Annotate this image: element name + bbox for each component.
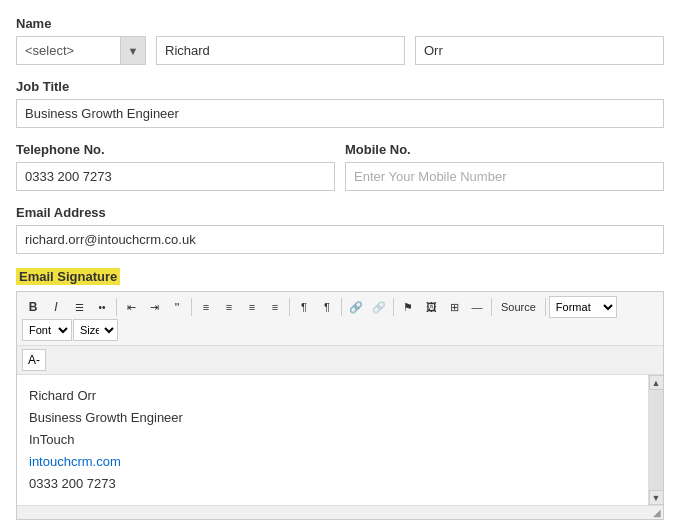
sig-link-anchor[interactable]: intouchcrm.com (29, 454, 121, 469)
format-select[interactable]: Format (549, 296, 617, 318)
telephone-input[interactable] (16, 162, 335, 191)
email-signature-group: Email Signature B I ☰ •• ⇤ ⇥ " ≡ ≡ ≡ ≡ ¶… (16, 268, 664, 520)
resize-handle-icon[interactable]: ◢ (653, 507, 661, 518)
indent-button[interactable]: ⇥ (143, 296, 165, 318)
last-name-input[interactable] (415, 36, 664, 65)
job-title-label: Job Title (16, 79, 664, 94)
align-right-button[interactable]: ≡ (241, 296, 263, 318)
blockquote-button[interactable]: " (166, 296, 188, 318)
last-name-wrapper (415, 36, 664, 65)
editor-bottom-bar: ◢ (17, 505, 663, 519)
mobile-input[interactable] (345, 162, 664, 191)
email-input[interactable] (16, 225, 664, 254)
name-select-wrapper[interactable]: <select> Mr Mrs Ms Dr ▼ (16, 36, 146, 65)
toolbar-sep-1 (116, 298, 117, 316)
ordered-list-button[interactable]: ☰ (68, 296, 90, 318)
flag-button[interactable]: ⚑ (397, 296, 419, 318)
editor-toolbar: B I ☰ •• ⇤ ⇥ " ≡ ≡ ≡ ≡ ¶ ¶ 🔗 🔗 ⚑ 🖼 ⊞ — S… (17, 292, 663, 346)
unordered-list-button[interactable]: •• (91, 296, 113, 318)
toolbar-sep-2 (191, 298, 192, 316)
sig-line3: InTouch (29, 429, 636, 451)
scroll-up-button[interactable]: ▲ (649, 375, 664, 390)
telephone-label: Telephone No. (16, 142, 335, 157)
editor-scrollbar: ▲ ▼ (648, 375, 663, 505)
outdent-button[interactable]: ⇤ (120, 296, 142, 318)
ltr-button[interactable]: ¶ (293, 296, 315, 318)
editor-container: B I ☰ •• ⇤ ⇥ " ≡ ≡ ≡ ≡ ¶ ¶ 🔗 🔗 ⚑ 🖼 ⊞ — S… (16, 291, 664, 520)
scroll-track[interactable] (649, 390, 663, 490)
email-signature-label: Email Signature (16, 268, 120, 285)
sig-link[interactable]: intouchcrm.com (29, 451, 636, 473)
toolbar-sep-3 (289, 298, 290, 316)
unlink-button[interactable]: 🔗 (368, 296, 390, 318)
sig-line2: Business Growth Engineer (29, 407, 636, 429)
size-select[interactable]: Size (73, 319, 118, 341)
link-button[interactable]: 🔗 (345, 296, 367, 318)
job-title-group: Job Title (16, 79, 664, 128)
italic-button[interactable]: I (45, 296, 67, 318)
font-select[interactable]: Font (22, 319, 72, 341)
name-group: Name <select> Mr Mrs Ms Dr ▼ (16, 16, 664, 65)
sig-line5: 0333 200 7273 (29, 473, 636, 495)
font-size-button[interactable]: A- (22, 349, 46, 371)
first-name-input[interactable] (156, 36, 405, 65)
align-left-button[interactable]: ≡ (195, 296, 217, 318)
telephone-col: Telephone No. (16, 142, 335, 191)
source-button[interactable]: Source (495, 296, 542, 318)
name-label: Name (16, 16, 664, 31)
rtl-button[interactable]: ¶ (316, 296, 338, 318)
bold-button[interactable]: B (22, 296, 44, 318)
image-button[interactable]: 🖼 (420, 296, 442, 318)
first-name-wrapper (156, 36, 405, 65)
job-title-input[interactable] (16, 99, 664, 128)
scroll-down-button[interactable]: ▼ (649, 490, 664, 505)
name-select[interactable]: <select> Mr Mrs Ms Dr (16, 36, 146, 65)
phone-group: Telephone No. Mobile No. (16, 142, 664, 191)
editor-content[interactable]: Richard Orr Business Growth Engineer InT… (17, 375, 648, 505)
editor-scroll-wrapper: Richard Orr Business Growth Engineer InT… (17, 375, 663, 505)
toolbar-sep-5 (393, 298, 394, 316)
align-center-button[interactable]: ≡ (218, 296, 240, 318)
hr-button[interactable]: — (466, 296, 488, 318)
sig-line1: Richard Orr (29, 385, 636, 407)
mobile-label: Mobile No. (345, 142, 664, 157)
toolbar-sep-4 (341, 298, 342, 316)
email-label: Email Address (16, 205, 664, 220)
email-group: Email Address (16, 205, 664, 254)
toolbar-sep-7 (545, 298, 546, 316)
mobile-col: Mobile No. (345, 142, 664, 191)
table-button[interactable]: ⊞ (443, 296, 465, 318)
align-justify-button[interactable]: ≡ (264, 296, 286, 318)
editor-toolbar-row2: A- (17, 346, 663, 375)
toolbar-sep-6 (491, 298, 492, 316)
